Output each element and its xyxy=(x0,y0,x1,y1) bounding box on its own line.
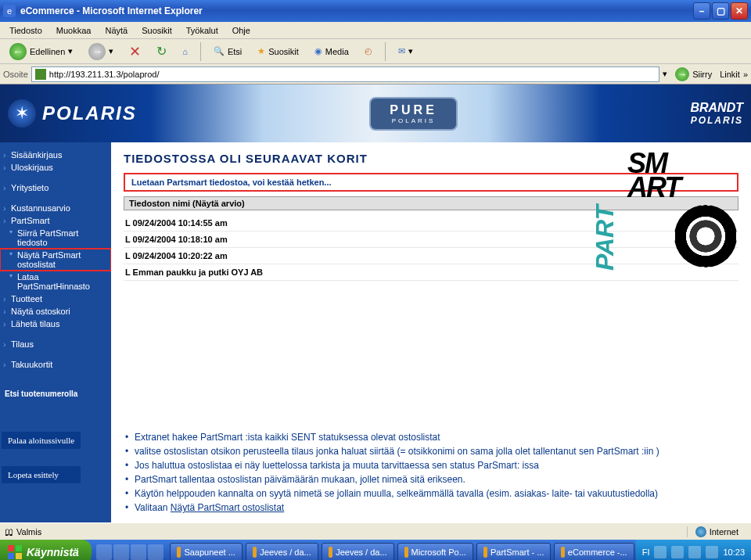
lang-indicator[interactable]: FI xyxy=(642,547,650,557)
app-icon xyxy=(177,547,181,558)
menu-file[interactable]: Tiedosto xyxy=(3,24,49,37)
tray-icon[interactable] xyxy=(688,546,701,558)
tray-icon[interactable] xyxy=(706,546,718,558)
status-text: 🕮 xyxy=(5,527,13,537)
star-icon: ★ xyxy=(257,46,265,56)
overlay-link[interactable]: Näytä PartSmart ostoslistat xyxy=(171,502,284,513)
end-demo-button[interactable]: Lopeta esittely xyxy=(2,466,81,483)
sidebar-item-transfer[interactable]: Siirrä PartSmart tiedosto xyxy=(0,227,111,249)
search-icon: 🔍 xyxy=(214,46,225,56)
brandt-logo: BRANDT POLARIS xyxy=(690,101,743,126)
maximize-button[interactable]: ▢ xyxy=(712,2,729,20)
overlay-bullet: Käytön helppouden kannalta on syytä nime… xyxy=(124,486,738,501)
ql-icon[interactable] xyxy=(96,544,112,560)
overlay-bullet: Valitaan Näytä PartSmart ostoslistat xyxy=(124,501,738,515)
sidebar-item-partsmart[interactable]: PartSmart xyxy=(0,214,111,227)
brandt-subtext: POLARIS xyxy=(690,115,743,126)
history-icon: ◴ xyxy=(365,46,372,56)
task-button[interactable]: Microsoft Po... xyxy=(397,543,473,560)
polaris-text: POLARIS xyxy=(42,102,137,124)
gear-icon xyxy=(674,205,737,267)
polaris-logo: ✶ POLARIS xyxy=(8,99,137,127)
go-icon: → xyxy=(675,67,689,81)
menu-edit[interactable]: Muokkaa xyxy=(50,24,98,37)
tray-icon[interactable] xyxy=(671,546,684,558)
star-icon: ✶ xyxy=(8,99,36,127)
page-viewport: ✶ POLARIS PURE POLARIS BRANDT POLARIS Si… xyxy=(0,84,751,522)
favorites-button[interactable]: ★Suosikit xyxy=(251,45,305,58)
task-label: Jeeves / da... xyxy=(260,547,311,557)
sidebar-search-label: Etsi tuotenumerolla xyxy=(0,386,111,401)
menubar: Tiedosto Muokkaa Näytä Suosikit Työkalut… xyxy=(0,22,751,39)
status-bar: 🕮 Valmis Internet xyxy=(0,522,751,540)
links-label[interactable]: Linkit xyxy=(720,70,740,79)
chevron-right-icon[interactable]: » xyxy=(743,70,748,79)
clock[interactable]: 10:23 xyxy=(723,547,745,557)
sidebar-item-download[interactable]: Lataa PartSmartHinnasto xyxy=(0,271,111,293)
back-icon: ← xyxy=(9,43,27,60)
tray-icon[interactable] xyxy=(654,546,667,558)
home-icon: ⌂ xyxy=(182,47,188,56)
menu-view[interactable]: Näytä xyxy=(99,24,134,37)
ql-icon[interactable] xyxy=(113,544,129,560)
ql-icon[interactable] xyxy=(148,544,163,560)
start-button[interactable]: Käynnistä xyxy=(0,540,92,560)
task-button[interactable]: Saapuneet ... xyxy=(170,543,243,560)
menu-help[interactable]: Ohje xyxy=(226,24,257,37)
media-button[interactable]: ◉Media xyxy=(308,45,355,58)
sidebar-item-send-order[interactable]: Lähetä tilaus xyxy=(0,318,111,330)
ql-icon[interactable] xyxy=(131,544,146,560)
sidebar-item-show-lists[interactable]: Näytä PartSmart ostoslistat xyxy=(0,249,111,271)
sidebar-item-logout[interactable]: Uloskirjaus xyxy=(0,161,111,174)
sidebar-item-order[interactable]: Tilaus xyxy=(0,338,111,350)
search-button[interactable]: 🔍Etsi xyxy=(207,45,248,58)
chevron-down-icon[interactable]: ▾ xyxy=(663,69,667,79)
back-label: Edellinen xyxy=(30,47,65,56)
sidebar-item-login[interactable]: Sisäänkirjaus xyxy=(0,149,111,161)
media-icon: ◉ xyxy=(314,46,322,56)
overlay-bullet: Jos haluttua ostoslistaa ei näy luettelo… xyxy=(124,458,738,472)
part-text: PART xyxy=(591,205,620,271)
back-button[interactable]: ← Edellinen ▾ xyxy=(3,41,79,62)
url-input[interactable]: http://193.211.31.3/polaprod/ xyxy=(31,66,659,82)
return-start-button[interactable]: Palaa aloitussivulle xyxy=(2,432,81,449)
go-label: Siirry xyxy=(692,70,712,79)
mail-button[interactable]: ✉▾ xyxy=(392,45,419,58)
forward-button[interactable]: → ▾ xyxy=(82,41,120,62)
stop-button[interactable]: ✕ xyxy=(123,41,147,62)
home-button[interactable]: ⌂ xyxy=(176,45,194,58)
task-button[interactable]: eCommerce -... xyxy=(554,543,634,560)
window-titlebar: e eCommerce - Microsoft Internet Explore… xyxy=(0,0,751,22)
brand-banner: ✶ POLARIS PURE POLARIS BRANDT POLARIS xyxy=(0,84,751,142)
search-label: Etsi xyxy=(228,47,242,56)
task-button[interactable]: Jeeves / da... xyxy=(322,543,394,560)
overlay-bullet: Extranet hakee PartSmart :ista kaikki SE… xyxy=(124,430,738,444)
minimize-button[interactable]: – xyxy=(693,2,710,20)
history-button[interactable]: ◴ xyxy=(358,45,379,58)
task-button[interactable]: PartSmart - ... xyxy=(476,543,552,560)
status-done: Valmis xyxy=(16,527,41,537)
app-icon xyxy=(483,547,487,558)
forward-icon: → xyxy=(88,43,106,60)
close-button[interactable]: ✕ xyxy=(731,2,748,20)
url-text: http://193.211.31.3/polaprod/ xyxy=(49,70,160,79)
pure-text: PURE xyxy=(390,103,437,117)
overlay-bullet: PartSmart tallentaa ostoslistan päivämää… xyxy=(124,472,738,486)
x-icon: ✕ xyxy=(129,43,141,60)
task-button[interactable]: Jeeves / da... xyxy=(246,543,318,560)
sidebar-item-warranty[interactable]: Takuukortit xyxy=(0,358,111,371)
menu-tools[interactable]: Työkalut xyxy=(180,24,225,37)
sidebar-item-company[interactable]: Yritystieto xyxy=(0,181,111,194)
zone-label: Internet xyxy=(710,527,738,537)
sidebar-item-products[interactable]: Tuotteet xyxy=(0,293,111,305)
sidebar-item-cart[interactable]: Näytä ostoskori xyxy=(0,305,111,318)
refresh-icon: ↻ xyxy=(156,44,167,59)
mail-icon: ✉ xyxy=(398,46,405,56)
separator xyxy=(385,42,386,61)
go-button[interactable]: → Siirry xyxy=(670,67,717,81)
app-icon xyxy=(561,547,564,558)
sidebar-item-estimate[interactable]: Kustannusarvio xyxy=(0,202,111,214)
refresh-button[interactable]: ↻ xyxy=(150,42,173,60)
separator xyxy=(200,42,201,61)
menu-favorites[interactable]: Suosikit xyxy=(135,24,178,37)
